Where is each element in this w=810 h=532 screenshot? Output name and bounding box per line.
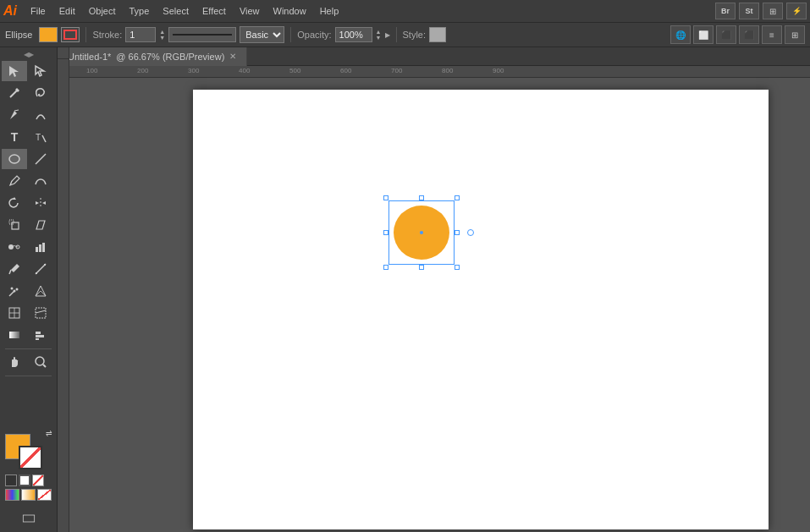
arrange-bottom — [2, 508, 55, 529]
toolbar-collapse[interactable]: ◀▶ — [2, 51, 55, 58]
fill-color-box[interactable] — [39, 27, 58, 42]
symbol-sprayer-tool[interactable] — [2, 281, 27, 301]
menu-help[interactable]: Help — [313, 4, 346, 18]
mesh-tool[interactable] — [2, 303, 27, 323]
blend-tool[interactable] — [2, 237, 27, 257]
pencil-tool[interactable] — [2, 171, 27, 191]
tool-row-shapes — [2, 149, 55, 169]
handle-bot-right[interactable] — [455, 265, 460, 270]
arrange-icon[interactable]: ⬜ — [693, 25, 714, 44]
slice-tool[interactable] — [28, 303, 53, 323]
handle-mid-left[interactable] — [383, 230, 388, 235]
rotate-tool[interactable] — [2, 193, 27, 213]
none-mode-icon[interactable] — [37, 489, 52, 501]
color-type-row — [5, 489, 52, 501]
line-style-preview[interactable] — [168, 27, 236, 42]
curvature-tool[interactable] — [28, 105, 53, 125]
scale-tool[interactable] — [2, 215, 27, 235]
menu-edit[interactable]: Edit — [52, 4, 82, 18]
menu-window[interactable]: Window — [267, 4, 313, 18]
touch-type-tool[interactable]: T — [28, 127, 53, 147]
default-colors-icon[interactable] — [5, 474, 17, 486]
opacity-chevron[interactable]: ▶ — [385, 31, 390, 39]
lasso-icon — [34, 86, 47, 100]
magic-wand-tool[interactable] — [2, 83, 27, 103]
globe-icon[interactable]: 🌐 — [670, 25, 691, 44]
type-icon: T — [11, 130, 19, 144]
svg-marker-0 — [9, 66, 19, 77]
svg-line-34 — [36, 310, 46, 313]
tab-info: @ 66.67% (RGB/Preview) — [116, 52, 224, 62]
shear-tool[interactable] — [28, 215, 53, 235]
opacity-input[interactable] — [335, 27, 372, 42]
pen-tool[interactable] — [2, 105, 27, 125]
ellipse-tool[interactable] — [2, 149, 27, 169]
menu-view[interactable]: View — [233, 4, 267, 18]
align-v-icon[interactable]: ⬛ — [739, 25, 759, 44]
no-stroke-icon[interactable] — [19, 474, 30, 486]
gradient-mode-icon[interactable] — [21, 489, 36, 501]
draw-inside-tool[interactable] — [8, 508, 50, 529]
none-icon[interactable] — [32, 474, 44, 486]
menu-select[interactable]: Select — [156, 4, 196, 18]
zoom-tool[interactable] — [28, 352, 53, 372]
handle-top-left[interactable] — [383, 195, 388, 200]
stroke-spinners[interactable]: ▲▼ — [159, 29, 165, 41]
opacity-spinners[interactable]: ▲▼ — [376, 29, 382, 41]
menu-file[interactable]: File — [24, 4, 52, 18]
transform-icon[interactable]: ⊞ — [785, 25, 805, 44]
grid-icon[interactable]: ⊞ — [763, 3, 783, 19]
direct-select-tool[interactable] — [28, 61, 53, 81]
color-mode-icon[interactable] — [5, 489, 19, 501]
lasso-tool[interactable] — [28, 83, 53, 103]
stroke-swatch[interactable] — [19, 446, 42, 469]
align-h-icon[interactable]: ⬛ — [716, 25, 736, 44]
svg-point-27 — [16, 288, 19, 291]
gradient-tool[interactable] — [2, 325, 27, 345]
rotate-handle[interactable] — [467, 229, 474, 236]
distribute-icon[interactable]: ≡ — [762, 25, 782, 44]
selected-ellipse[interactable] — [392, 204, 451, 261]
line-tool[interactable] — [28, 149, 53, 169]
stroke-color-box[interactable] — [61, 27, 80, 42]
svg-point-39 — [36, 357, 44, 365]
hand-tool[interactable] — [2, 352, 27, 372]
menu-object[interactable]: Object — [82, 4, 123, 18]
svg-point-17 — [16, 245, 19, 249]
handle-bot-mid[interactable] — [419, 265, 424, 270]
stock-icon[interactable]: St — [739, 3, 759, 19]
shape-label: Ellipse — [5, 30, 32, 40]
stroke-value-input[interactable] — [125, 27, 156, 42]
handle-mid-right[interactable] — [455, 230, 460, 235]
handle-top-right[interactable] — [455, 195, 460, 200]
measure-tool[interactable] — [28, 259, 53, 279]
menu-type[interactable]: Type — [123, 4, 157, 18]
controlbar: Ellipse Stroke: ▲▼ Basic Opacity: ▲▼ ▶ S… — [0, 22, 810, 47]
cloud-icon[interactable]: ⚡ — [786, 3, 807, 19]
document-tab[interactable]: Untitled-1* @ 66.67% (RGB/Preview) ✕ — [58, 47, 247, 66]
handle-top-mid[interactable] — [419, 195, 424, 200]
center-dot — [420, 231, 423, 234]
style-swatch[interactable] — [429, 27, 446, 42]
smooth-tool[interactable] — [28, 171, 53, 191]
svg-line-40 — [43, 365, 46, 367]
swap-colors-icon[interactable]: ⇌ — [46, 429, 52, 437]
tool-sep-2 — [5, 376, 52, 376]
reflect-tool[interactable] — [28, 193, 53, 213]
tab-close-button[interactable]: ✕ — [229, 52, 236, 61]
bar-graph-tool[interactable] — [28, 325, 53, 345]
svg-text:T: T — [36, 133, 41, 142]
app-logo: Ai — [3, 3, 17, 19]
perspective-grid-tool[interactable] — [28, 281, 53, 301]
type-tool[interactable]: T — [2, 127, 27, 147]
menu-effect[interactable]: Effect — [196, 4, 233, 18]
eyedropper-tool[interactable] — [2, 259, 27, 279]
handle-bot-left[interactable] — [383, 265, 388, 270]
bridge-icon[interactable]: Br — [715, 3, 736, 19]
column-graph-tool[interactable] — [28, 237, 53, 257]
select-tool[interactable] — [2, 61, 27, 81]
svg-line-4 — [14, 110, 19, 111]
gradient-icon — [8, 328, 21, 342]
smooth-icon — [34, 174, 47, 188]
line-style-select[interactable]: Basic — [240, 26, 284, 43]
